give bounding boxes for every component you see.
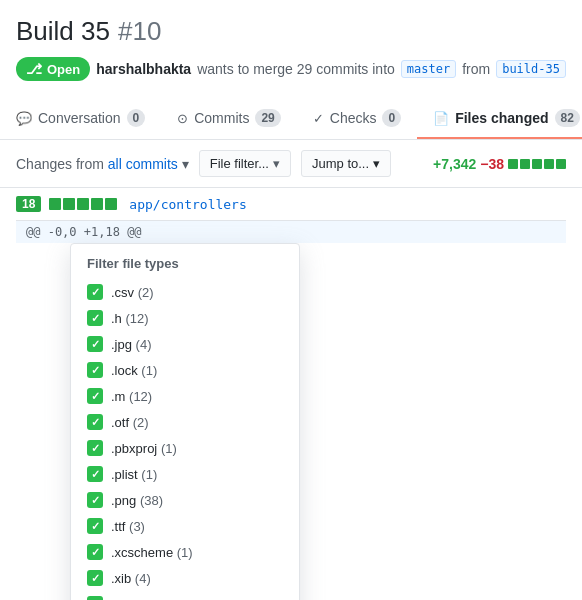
dropdown-item-xib[interactable]: ✓.xib (4): [71, 565, 299, 591]
dropdown-item-m[interactable]: ✓.m (12): [71, 383, 299, 409]
diff-bar-3: [532, 159, 542, 169]
dropdown-item-jpg[interactable]: ✓.jpg (4): [71, 331, 299, 357]
ext-name-4: .m: [111, 389, 129, 404]
file-header: 18 app/controllers: [16, 188, 566, 220]
pr-subtitle-text: wants to merge 29 commits into: [197, 61, 395, 77]
check-icon-9: ✓: [87, 518, 103, 534]
head-branch: build-35: [496, 60, 566, 78]
dropdown-item-xcscheme[interactable]: ✓.xcscheme (1): [71, 539, 299, 565]
ext-name-10: .xcscheme: [111, 545, 177, 560]
ext-label-11: .xib (4): [111, 571, 151, 586]
dropdown-item-plist[interactable]: ✓.plist (1): [71, 461, 299, 487]
check-icon-7: ✓: [87, 466, 103, 482]
check-icon-4: ✓: [87, 388, 103, 404]
diff-block-2: [63, 198, 75, 210]
commits-icon: ⊙: [177, 111, 188, 126]
dropdown-item-otf[interactable]: ✓.otf (2): [71, 409, 299, 435]
check-icon-3: ✓: [87, 362, 103, 378]
dropdown-item-png[interactable]: ✓.png (38): [71, 487, 299, 513]
file-filter-button[interactable]: File filter... ▾: [199, 150, 291, 177]
pr-subtitle: ⎇ Open harshalbhakta wants to merge 29 c…: [16, 57, 566, 81]
check-icon-0: ✓: [87, 284, 103, 300]
tab-checks-count: 0: [382, 109, 401, 127]
check-icon-12: ✓: [87, 596, 103, 600]
build-title: Build 35 #10: [16, 16, 566, 47]
changes-bar: Changes from all commits ▾ File filter..…: [0, 140, 582, 188]
diff-bar-5: [556, 159, 566, 169]
diff-line: @@ -0,0 +1,18 @@: [16, 220, 566, 243]
diff-bars: [508, 159, 566, 169]
diff-block-4: [91, 198, 103, 210]
ext-label-2: .jpg (4): [111, 337, 151, 352]
tab-files-count: 82: [555, 109, 580, 127]
ext-label-5: .otf (2): [111, 415, 149, 430]
diff-block-5: [105, 198, 117, 210]
ext-label-0: .csv (2): [111, 285, 154, 300]
diff-bar-2: [520, 159, 530, 169]
checks-icon: ✓: [313, 111, 324, 126]
ext-name-8: .png: [111, 493, 140, 508]
tab-commits[interactable]: ⊙ Commits 29: [161, 99, 297, 139]
file-path[interactable]: app/controllers: [129, 197, 246, 212]
open-badge: ⎇ Open: [16, 57, 90, 81]
jump-arrow-icon: ▾: [373, 156, 380, 171]
tab-files-changed[interactable]: 📄 Files changed 82: [417, 99, 582, 139]
dropdown-item-Noextension[interactable]: ✓No extension (1): [71, 591, 299, 600]
ext-label-10: .xcscheme (1): [111, 545, 193, 560]
ext-name-1: .h: [111, 311, 125, 326]
ext-label-9: .ttf (3): [111, 519, 145, 534]
changes-from-label: Changes from all commits ▾: [16, 156, 189, 172]
ext-name-2: .jpg: [111, 337, 136, 352]
files-icon: 📄: [433, 111, 449, 126]
dropdown-item-csv[interactable]: ✓.csv (2): [71, 279, 299, 305]
tab-files-label: Files changed: [455, 110, 548, 126]
conversation-icon: 💬: [16, 111, 32, 126]
ext-label-7: .plist (1): [111, 467, 157, 482]
ext-name-3: .lock: [111, 363, 141, 378]
ext-count-0: (2): [138, 285, 154, 300]
dropdown-item-lock[interactable]: ✓.lock (1): [71, 357, 299, 383]
jump-to-button[interactable]: Jump to... ▾: [301, 150, 391, 177]
ext-count-11: (4): [135, 571, 151, 586]
file-section: 18 app/controllers @@ -0,0 +1,18 @@: [0, 188, 582, 243]
tabs-bar: 💬 Conversation 0 ⊙ Commits 29 ✓ Checks 0…: [0, 99, 582, 140]
check-icon-10: ✓: [87, 544, 103, 560]
from-label: from: [462, 61, 490, 77]
diff-block-3: [77, 198, 89, 210]
ext-count-12: (1): [196, 597, 212, 601]
dropdown-item-pbxproj[interactable]: ✓.pbxproj (1): [71, 435, 299, 461]
check-icon-8: ✓: [87, 492, 103, 508]
diff-blocks: [49, 198, 117, 210]
ext-name-12: No extension: [111, 597, 196, 601]
check-icon-6: ✓: [87, 440, 103, 456]
ext-label-6: .pbxproj (1): [111, 441, 177, 456]
ext-count-4: (12): [129, 389, 152, 404]
ext-label-3: .lock (1): [111, 363, 157, 378]
ext-count-2: (4): [136, 337, 152, 352]
pr-author[interactable]: harshalbhakta: [96, 61, 191, 77]
dropdown-item-ttf[interactable]: ✓.ttf (3): [71, 513, 299, 539]
ext-name-11: .xib: [111, 571, 135, 586]
tab-conversation[interactable]: 💬 Conversation 0: [0, 99, 161, 139]
build-label: Build 35: [16, 16, 110, 47]
file-filter-label: File filter...: [210, 156, 269, 171]
ext-count-8: (38): [140, 493, 163, 508]
ext-count-7: (1): [141, 467, 157, 482]
diff-stats: +7,342 −38: [433, 156, 566, 172]
diff-bar-4: [544, 159, 554, 169]
check-icon-2: ✓: [87, 336, 103, 352]
check-icon-1: ✓: [87, 310, 103, 326]
diff-bar-1: [508, 159, 518, 169]
file-count-badge: 18: [16, 196, 41, 212]
ext-count-9: (3): [129, 519, 145, 534]
tab-checks[interactable]: ✓ Checks 0: [297, 99, 417, 139]
diff-block-1: [49, 198, 61, 210]
ext-count-10: (1): [177, 545, 193, 560]
dropdown-items: ✓.csv (2)✓.h (12)✓.jpg (4)✓.lock (1)✓.m …: [71, 279, 299, 600]
ext-label-12: No extension (1): [111, 597, 212, 601]
base-branch: master: [401, 60, 456, 78]
ext-label-1: .h (12): [111, 311, 149, 326]
dropdown-item-h[interactable]: ✓.h (12): [71, 305, 299, 331]
all-commits-link[interactable]: all commits: [108, 156, 178, 172]
diff-additions: +7,342: [433, 156, 476, 172]
